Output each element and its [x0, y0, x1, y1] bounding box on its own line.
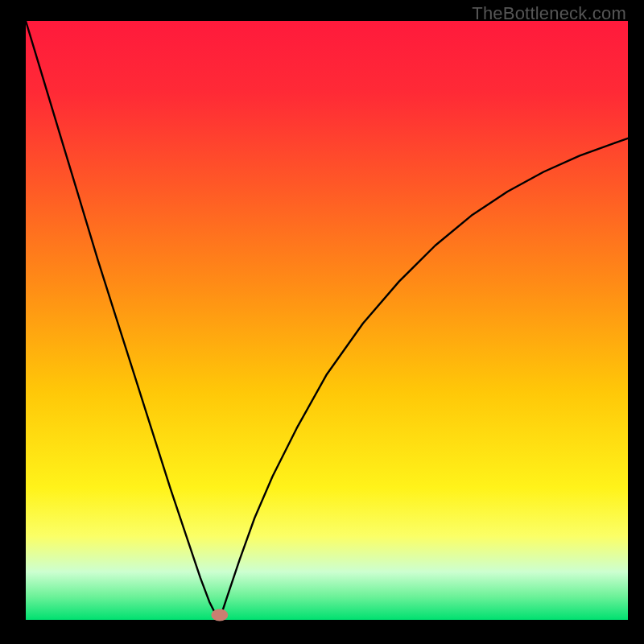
watermark-text: TheBottleneck.com [472, 3, 626, 24]
chart-frame: TheBottleneck.com [0, 0, 644, 644]
bottleneck-chart [0, 0, 644, 644]
minimum-marker [211, 609, 228, 621]
